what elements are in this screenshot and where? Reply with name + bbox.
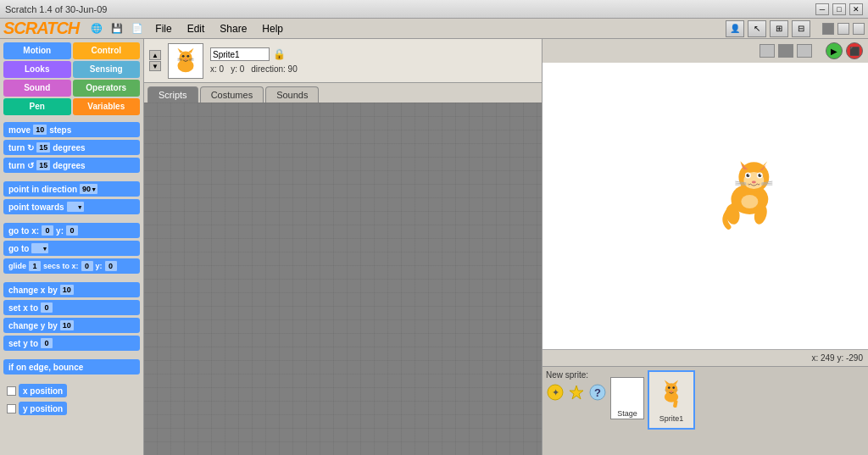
share-icon-toolbar[interactable]: 📄: [128, 19, 147, 38]
maximize-button[interactable]: □: [832, 3, 846, 15]
stage-controls: ▶ ⬛: [542, 39, 868, 63]
toolbar-right-icons: 👤 ↖ ⊞ ⊟: [726, 20, 865, 37]
stage-layout-small[interactable]: [760, 44, 775, 58]
sprite-info-bar: ▲ ▼: [144, 39, 542, 83]
new-sprite-paint-button[interactable]: ✦: [546, 383, 565, 402]
new-sprite-random-button[interactable]: [567, 383, 586, 402]
category-sensing[interactable]: Sensing: [73, 61, 141, 78]
x-position-checkbox[interactable]: [7, 386, 16, 396]
block-goto[interactable]: go to: [3, 241, 140, 256]
save-icon[interactable]: 💾: [108, 19, 126, 38]
tab-costumes[interactable]: Costumes: [200, 86, 264, 103]
layout-btn-1[interactable]: [822, 23, 834, 35]
close-button[interactable]: ✕: [849, 3, 863, 15]
category-buttons: Motion Control Looks Sensing Sound Opera…: [0, 39, 143, 119]
stage-thumbnail[interactable]: Stage: [610, 377, 644, 419]
category-variables[interactable]: Variables: [73, 98, 141, 115]
window-title: Scratch 1.4 of 30-Jun-09: [5, 4, 107, 14]
minimize-button[interactable]: ─: [815, 3, 829, 15]
sprite-thumb-svg: [170, 45, 202, 77]
category-pen[interactable]: Pen: [3, 98, 71, 115]
sprite1-label: Sprite1: [659, 414, 684, 423]
sprites-tray: New sprite: ✦: [542, 366, 868, 455]
sprite-name-input[interactable]: [210, 47, 270, 61]
sprite-nav-arrows: ▲ ▼: [149, 50, 161, 71]
svg-point-24: [748, 174, 750, 175]
nav-arrow-up[interactable]: ▲: [149, 50, 161, 60]
sprite1-thumbnail[interactable]: Sprite1: [648, 370, 695, 430]
sprite-direction: 90: [288, 64, 298, 74]
svg-point-6: [185, 58, 187, 60]
svg-point-45: [668, 386, 670, 389]
stop-button[interactable]: ⬛: [846, 42, 863, 59]
svg-point-4: [182, 54, 185, 57]
new-sprite-label: New sprite:: [546, 370, 588, 380]
category-looks[interactable]: Looks: [3, 61, 71, 78]
stage-coords-bar: x: 249 y: -290: [542, 349, 868, 366]
tab-sounds[interactable]: Sounds: [265, 86, 319, 103]
sprite-y: 0: [240, 64, 245, 74]
new-sprite-library-button[interactable]: ?: [588, 383, 607, 402]
layout-btn-3[interactable]: [853, 23, 865, 35]
scratch-logo: SCRATCH: [3, 19, 79, 38]
svg-marker-38: [570, 386, 583, 399]
fullscreen-icon[interactable]: ⊞: [770, 20, 788, 37]
block-y-position[interactable]: y position: [19, 402, 67, 415]
sprite-coords: x: 0 y: 0 direction: 90: [210, 64, 298, 74]
stage-label: Stage: [617, 409, 637, 419]
user-icon[interactable]: 👤: [726, 20, 744, 37]
block-set-y[interactable]: set y to 0: [3, 336, 140, 351]
category-sound[interactable]: Sound: [3, 80, 71, 97]
middle-panel: ▲ ▼: [144, 39, 542, 455]
svg-text:✦: ✦: [552, 387, 559, 397]
stage-layout-normal[interactable]: [778, 44, 793, 58]
block-turn-cw[interactable]: turn ↻ 15 degrees: [3, 140, 140, 155]
category-operators[interactable]: Operators: [73, 80, 141, 97]
menu-file[interactable]: File: [148, 21, 178, 36]
layout-btn-2[interactable]: [837, 23, 849, 35]
window-controls[interactable]: ─ □ ✕: [815, 3, 863, 15]
svg-marker-2: [178, 47, 184, 53]
menu-edit[interactable]: Edit: [181, 21, 212, 36]
cursor-icon[interactable]: ↖: [748, 20, 766, 37]
tabs-row: Scripts Costumes Sounds: [144, 83, 542, 103]
block-set-x[interactable]: set x to 0: [3, 300, 140, 315]
svg-marker-44: [673, 380, 678, 385]
svg-point-46: [672, 386, 675, 389]
blocks-panel: Motion Control Looks Sensing Sound Opera…: [0, 39, 144, 455]
green-flag-button[interactable]: ▶: [826, 42, 843, 59]
tab-scripts[interactable]: Scripts: [147, 86, 198, 103]
svg-point-27: [760, 174, 762, 175]
svg-point-1: [179, 51, 192, 64]
menu-share[interactable]: Share: [213, 21, 253, 36]
block-point-direction[interactable]: point in direction 90: [3, 181, 140, 197]
title-bar: Scratch 1.4 of 30-Jun-09 ─ □ ✕: [0, 0, 868, 19]
block-point-towards[interactable]: point towards: [3, 199, 140, 214]
block-turn-ccw[interactable]: turn ↺ 15 degrees: [3, 158, 140, 173]
category-motion[interactable]: Motion: [3, 42, 71, 59]
nav-arrow-down[interactable]: ▼: [149, 61, 161, 71]
block-bounce[interactable]: if on edge, bounce: [3, 359, 140, 375]
block-move[interactable]: move 10 steps: [3, 122, 140, 137]
block-glide[interactable]: glide 1 secs to x: 0 y: 0: [3, 258, 140, 274]
globe-icon[interactable]: 🌐: [87, 19, 106, 38]
category-control[interactable]: Control: [73, 42, 141, 59]
title-bar-title: Scratch 1.4 of 30-Jun-09: [5, 4, 107, 14]
menu-bar: SCRATCH 🌐 💾 📄 File Edit Share Help 👤 ↖ ⊞…: [0, 19, 868, 39]
scripts-area[interactable]: [144, 103, 542, 455]
stage-layout-large[interactable]: [797, 44, 812, 58]
block-goto-xy[interactable]: go to x: 0 y: 0: [3, 223, 140, 238]
y-position-checkbox[interactable]: [7, 404, 16, 413]
menu-help[interactable]: Help: [255, 21, 290, 36]
block-change-y[interactable]: change y by 10: [3, 318, 140, 333]
svg-point-28: [752, 181, 756, 184]
stage-canvas[interactable]: [542, 63, 868, 349]
sprite-details: 🔒 x: 0 y: 0 direction: 90: [210, 47, 298, 74]
blocks-list: move 10 steps turn ↻ 15 degrees turn ↺ 1…: [0, 119, 143, 455]
block-x-position-row: x position: [3, 383, 140, 398]
right-panel: ▶ ⬛: [542, 39, 868, 455]
svg-text:?: ?: [594, 386, 601, 399]
block-x-position[interactable]: x position: [19, 384, 67, 397]
grid-icon[interactable]: ⊟: [792, 20, 810, 37]
block-change-x[interactable]: change x by 10: [3, 282, 140, 297]
